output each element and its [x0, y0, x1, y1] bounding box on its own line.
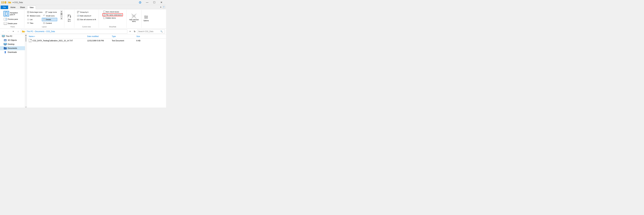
dropdown-recent-btn[interactable]: ▼	[11, 29, 16, 34]
col-header-type[interactable]: Type	[112, 35, 136, 37]
layout-details-btn[interactable]: Details	[42, 18, 57, 21]
preview-pane-btn[interactable]: Preview pane	[3, 17, 23, 21]
tab-home[interactable]: Home	[8, 5, 18, 9]
sidebar-item-this-pc[interactable]: This PC	[0, 34, 25, 38]
hide-selected-label: Hide selecteditems	[128, 19, 139, 22]
breadcrumb-this-pc[interactable]: This PC	[26, 30, 33, 32]
svg-rect-2	[2, 2, 4, 3]
navigation-pane-btn[interactable]: Navigation pane ▾	[3, 10, 19, 17]
tab-file[interactable]: File	[0, 5, 8, 9]
file-icon-label: TXT	[29, 41, 31, 42]
close-button[interactable]: ✕	[158, 0, 165, 5]
hide-selected-btn[interactable]: Hide selecteditems	[128, 13, 140, 23]
nav-pane-label: Navigation	[10, 12, 18, 14]
title-bar-left: | ▾ CO2_Data	[1, 1, 23, 4]
sort-by-btn[interactable]: Sortby ▾	[66, 13, 73, 23]
tab-share[interactable]: Share	[18, 5, 27, 9]
layout-scroll-thumb	[61, 13, 62, 15]
refresh-btn[interactable]: ↻	[133, 30, 136, 33]
layout-list-btn[interactable]: List	[26, 18, 41, 21]
quick-access-icon2[interactable]	[4, 1, 7, 4]
medium-icon	[27, 14, 29, 17]
breadcrumb-co2data[interactable]: CO2_Data	[46, 30, 55, 32]
group-by-btn[interactable]: Group by ▾	[76, 10, 90, 14]
sidebar-scroll-up[interactable]: ▲	[25, 34, 27, 37]
quick-access-separator: |	[8, 1, 8, 4]
col-header-date[interactable]: Date modified	[87, 35, 112, 37]
search-icon[interactable]: 🔍	[160, 30, 163, 32]
tab-view[interactable]: View	[27, 6, 36, 9]
sidebar-item-3d-objects[interactable]: 3D 3D Objects	[0, 38, 25, 42]
file-icon-corner	[30, 39, 31, 40]
sort-content: Sortby ▾	[66, 10, 73, 28]
layout-extra-large-btn[interactable]: Extra large icons	[26, 10, 44, 14]
help-ribbon-btn[interactable]: ?	[162, 5, 166, 9]
search-input[interactable]	[138, 30, 160, 32]
breadcrumb-dropdown-btn[interactable]: ▼	[128, 29, 132, 34]
layout-large-btn[interactable]: Large icons	[44, 10, 60, 14]
size-all-btn[interactable]: Size all columns to fit	[76, 18, 97, 21]
hidden-items-checkbox[interactable]	[103, 17, 105, 19]
current-view-label: Current view	[74, 26, 99, 28]
help-button[interactable]: ?	[136, 0, 144, 5]
large-icon	[45, 11, 48, 13]
details-pane-btn[interactable]: Details pane	[3, 21, 23, 25]
minimize-button[interactable]: —	[144, 0, 151, 5]
svg-rect-18	[27, 15, 28, 16]
col-name-label: Name	[29, 35, 34, 37]
current-view-content: Group by ▾ Add columns ▾ Size all column…	[76, 10, 97, 28]
downloads-icon	[4, 51, 7, 53]
options-group: Options	[142, 10, 151, 28]
sidebar-scroll-down[interactable]: ▼	[25, 106, 27, 107]
desktop-icon	[4, 43, 7, 45]
ribbon-tabs: File Home Share View ∧ ?	[0, 5, 166, 9]
layout-content-btn[interactable]: Content	[42, 21, 57, 25]
layout-scroll-up-btn[interactable]: ▲	[60, 10, 62, 12]
item-check-boxes-btn[interactable]: Item check boxes	[102, 10, 120, 13]
add-columns-icon	[77, 14, 80, 17]
sidebar-item-documents[interactable]: Documents	[0, 46, 25, 50]
svg-text:3D: 3D	[4, 40, 6, 41]
col-header-size[interactable]: Size	[136, 35, 152, 37]
layout-tiles-btn[interactable]: Tiles	[26, 21, 41, 25]
title-bar-separator2: ▾ CO2_Data	[12, 1, 23, 3]
panes-label: Panes	[1, 26, 24, 28]
sort-by-label: Sortby ▾	[68, 18, 70, 22]
layout-scroll-down-btn[interactable]: ▼	[60, 17, 62, 20]
sidebar-scrollbar: ▲ ▼	[25, 34, 27, 107]
item-check-boxes-checkbox[interactable]	[103, 11, 105, 13]
back-btn[interactable]: ←	[1, 29, 6, 34]
small-label: Small icons	[46, 15, 54, 17]
group-by-label: Group by ▾	[80, 11, 88, 13]
tab-fill	[36, 9, 160, 9]
options-btn[interactable]: Options	[143, 14, 150, 22]
file-name-extensions-btn[interactable]: ✓ File name extensions	[102, 13, 123, 16]
svg-rect-15	[46, 11, 46, 12]
svg-rect-20	[27, 16, 28, 16]
sidebar-item-desktop[interactable]: Desktop	[0, 42, 25, 46]
maximize-button[interactable]: ☐	[151, 0, 158, 5]
size-all-icon	[77, 18, 80, 21]
quick-access-folder-icon[interactable]	[8, 1, 11, 4]
sidebar-inner: This PC 3D 3D Objects Desktop Documents …	[0, 34, 27, 107]
file-date: 12/31/1999 5:00 PM	[87, 40, 104, 42]
sidebar-item-downloads[interactable]: Downloads	[0, 50, 25, 54]
item-check-boxes-label: Item check boxes	[106, 11, 119, 13]
layout-small-btn[interactable]: Small icons	[42, 14, 57, 17]
up-btn[interactable]: ↑	[16, 29, 20, 34]
folder-breadcrumb-icon	[22, 30, 25, 32]
file-name-extensions-checkbox[interactable]: ✓	[103, 14, 105, 16]
col-header-name[interactable]: Name ∧	[29, 35, 87, 37]
layout-medium-btn[interactable]: Medium icons	[26, 14, 41, 17]
preview-pane-icon	[4, 18, 7, 21]
nav-bar: ← → ▼ ↑ › This PC › Documents › CO2_Data…	[0, 29, 166, 34]
forward-btn[interactable]: →	[6, 29, 10, 34]
quick-access-save-icon[interactable]	[1, 1, 4, 4]
svg-rect-24	[44, 15, 45, 15]
breadcrumb-documents[interactable]: Documents	[35, 30, 44, 32]
hidden-items-btn[interactable]: Hidden items	[102, 16, 117, 19]
breadcrumb-arrow1: ›	[25, 30, 26, 32]
table-row[interactable]: TXT CO2_DATA_TestingCalibration_2021_10_…	[27, 38, 166, 43]
ribbon-collapse-btn[interactable]: ∧	[160, 6, 162, 8]
add-columns-btn[interactable]: Add columns ▾	[76, 14, 92, 17]
